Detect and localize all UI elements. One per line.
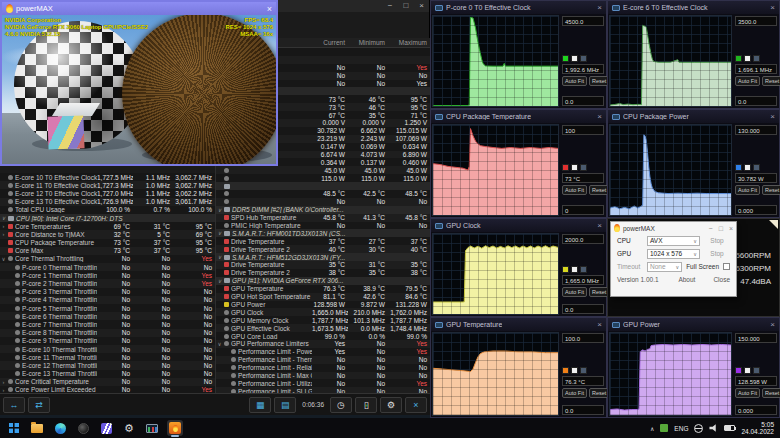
sensor-row[interactable]: P-core 4 Thermal ThrottlingNoNoNo: [0, 296, 215, 304]
sensor-row[interactable]: ∨GPU Performance LimitersYesNoYes: [216, 340, 430, 348]
sensor-row[interactable]: Performance Limit - Max Operatin...NoNoN…: [216, 372, 430, 380]
close-icon[interactable]: ×: [597, 221, 602, 230]
graph-titlebar[interactable]: GPU Power×: [608, 318, 779, 331]
background-color-swatch[interactable]: [571, 266, 578, 273]
language-indicator[interactable]: ENG: [674, 425, 688, 432]
autofit-button[interactable]: Auto Fit: [562, 287, 587, 297]
sensor-row[interactable]: ›Core Distance to TjMAX32 °C5 °C69 °C: [0, 230, 215, 238]
grid-color-swatch[interactable]: [580, 164, 587, 171]
sensor-row[interactable]: P-core 5 Thermal ThrottlingNoNoNo: [0, 304, 215, 312]
settings-button[interactable]: ⚙: [121, 420, 137, 436]
timeout-select[interactable]: None ∨: [647, 262, 682, 272]
background-color-swatch[interactable]: [571, 164, 578, 171]
settings-gear-button[interactable]: ⚙: [380, 397, 402, 413]
sensor-row[interactable]: Performance Limit - PowerYesNoYes: [216, 348, 430, 356]
header-current[interactable]: Current: [312, 39, 348, 46]
series-color-swatch[interactable]: [562, 164, 569, 171]
grid-color-swatch[interactable]: [753, 55, 760, 62]
sensor-row[interactable]: Performance Limit - UtilizationNoNoYes: [216, 379, 430, 387]
sensor-row[interactable]: P-core 0 Thermal ThrottlingNoNoNo: [0, 263, 215, 271]
sensor-section-row[interactable]: ∨S.M.A.R.T.: HFM512GD3JX013N (FY...: [216, 253, 430, 261]
sensor-row[interactable]: Drive Temperature35 °C31 °C35 °C: [216, 261, 430, 269]
sensor-row[interactable]: ›Core Critical TemperatureNoNoNo: [0, 378, 215, 386]
sensor-row[interactable]: E-core 10 Thermal ThrottlingNoNoNo: [0, 345, 215, 353]
series-color-swatch[interactable]: [562, 266, 569, 273]
series-color-swatch[interactable]: [562, 367, 569, 374]
minimize-icon[interactable]: −: [709, 225, 713, 232]
reset-button[interactable]: Reset: [762, 76, 780, 86]
autofit-button[interactable]: Auto Fit: [562, 388, 587, 398]
autofit-button[interactable]: Auto Fit: [562, 185, 587, 195]
sensor-row[interactable]: SPD Hub Temperature45.8 °C41.3 °C45.8 °C: [216, 214, 430, 222]
graph-titlebar[interactable]: E-core 6 T0 Effective Clock×: [608, 1, 779, 14]
sensors-monitor-button[interactable]: ▦: [249, 397, 271, 413]
series-color-swatch[interactable]: [735, 367, 742, 374]
graph-titlebar[interactable]: CPU Package Temperature×: [431, 110, 606, 123]
hwinfo-button[interactable]: [144, 420, 160, 436]
sensor-section-row[interactable]: ∨GPU [#1]: NVIDIA GeForce RTX 306...: [216, 277, 430, 285]
sensor-row[interactable]: E-core 6 Thermal ThrottlingNoNoNo: [0, 312, 215, 320]
autofit-button[interactable]: Auto Fit: [735, 76, 760, 86]
close-icon[interactable]: ×: [597, 3, 602, 12]
sensor-section-row[interactable]: ∨DDR5 DIMM [#2] (BANK 0/Controller...: [216, 206, 430, 214]
background-color-swatch[interactable]: [744, 55, 751, 62]
reset-button[interactable]: Reset: [762, 388, 780, 398]
sensor-row[interactable]: GPU Power128.598 W9.872 W131.228 W: [216, 301, 430, 309]
sensor-row[interactable]: GPU Effective Clock1,673.5 MHz0.0 MHz1,7…: [216, 324, 430, 332]
sensor-row[interactable]: E-core 11 Thermal ThrottlingNoNoNo: [0, 353, 215, 361]
sensor-row[interactable]: Core Max73 °C37 °C95 °C: [0, 247, 215, 255]
graph-titlebar[interactable]: GPU Clock×: [431, 219, 606, 232]
series-color-swatch[interactable]: [735, 55, 742, 62]
header-minimum[interactable]: Minimum: [348, 39, 388, 46]
powermax-button[interactable]: [167, 420, 183, 436]
background-color-swatch[interactable]: [571, 367, 578, 374]
sensor-row[interactable]: GPU Hot Spot Temperature81.1 °C42.6 °C84…: [216, 293, 430, 301]
background-color-swatch[interactable]: [744, 164, 751, 171]
grid-color-swatch[interactable]: [753, 164, 760, 171]
series-color-swatch[interactable]: [562, 55, 569, 62]
graph-titlebar[interactable]: P-core 0 T0 Effective Clock×: [431, 1, 606, 14]
sensor-row[interactable]: Drive Temperature37 °C27 °C37 °C: [216, 237, 430, 245]
sensor-row[interactable]: NoNoNo: [216, 198, 430, 206]
app-button-dark[interactable]: [75, 420, 91, 436]
edge-browser-button[interactable]: [52, 420, 68, 436]
tray-chevron-icon[interactable]: ∧: [650, 425, 654, 432]
volume-icon[interactable]: [709, 424, 718, 433]
sensor-section-row[interactable]: ∨CPU [#0]: Intel Core i7-12700H: DTS: [0, 214, 215, 222]
sensor-section-row[interactable]: [216, 182, 430, 190]
sensor-row[interactable]: E-core 10 T0 Effective Clock1,727.5 MHz1…: [0, 173, 215, 181]
grid-color-swatch[interactable]: [753, 367, 760, 374]
nav-back-button[interactable]: ↔: [3, 397, 25, 413]
grid-color-swatch[interactable]: [580, 266, 587, 273]
close-icon[interactable]: ×: [729, 225, 733, 232]
file-explorer-button[interactable]: [29, 420, 45, 436]
sensor-row[interactable]: 115.0 W115.0 W115.0 W: [216, 174, 430, 182]
close-icon[interactable]: ×: [770, 112, 775, 121]
clock[interactable]: 5:05 24.04.2022: [741, 421, 774, 435]
fullscreen-checkbox[interactable]: [723, 263, 730, 270]
autofit-button[interactable]: Auto Fit: [562, 76, 587, 86]
sensor-row[interactable]: E-core 8 Thermal ThrottlingNoNoNo: [0, 329, 215, 337]
sensor-row[interactable]: GPU Memory Clock1,787.7 MHz101.3 MHz1,78…: [216, 316, 430, 324]
nav-collapse-button[interactable]: ⇄: [28, 397, 50, 413]
graph-titlebar[interactable]: GPU Temperature×: [431, 318, 606, 331]
autofit-button[interactable]: Auto Fit: [735, 185, 760, 195]
sensor-row[interactable]: Performance Limit - Reliability Volt...N…: [216, 364, 430, 372]
grid-color-swatch[interactable]: [580, 55, 587, 62]
graph-titlebar[interactable]: CPU Package Power×: [608, 110, 779, 123]
app-button-purple[interactable]: [98, 420, 114, 436]
sensor-row[interactable]: P-core 1 Thermal ThrottlingNoNoYes: [0, 271, 215, 279]
close-icon[interactable]: ×: [419, 0, 424, 12]
sensor-row[interactable]: GPU Clock1,665.0 MHz210.0 MHz1,762.0 MHz: [216, 308, 430, 316]
close-icon[interactable]: ×: [597, 320, 602, 329]
grid-color-swatch[interactable]: [580, 367, 587, 374]
header-maximum[interactable]: Maximum: [388, 39, 430, 46]
sensor-row[interactable]: ∨Core Thermal ThrottlingNoNoYes: [0, 255, 215, 263]
gpu-stop-button[interactable]: Stop: [704, 250, 730, 257]
series-color-swatch[interactable]: [735, 164, 742, 171]
sensor-row[interactable]: E-core 12 Thermal ThrottlingNoNoNo: [0, 361, 215, 369]
sensor-row[interactable]: GPU Core Load99.0 %0.0 %99.0 %: [216, 332, 430, 340]
remote-monitor-button[interactable]: ▤: [274, 397, 296, 413]
close-icon[interactable]: ×: [267, 4, 272, 14]
sensor-row[interactable]: E-core 13 T0 Effective Clock1,726.9 MHz1…: [0, 198, 215, 206]
